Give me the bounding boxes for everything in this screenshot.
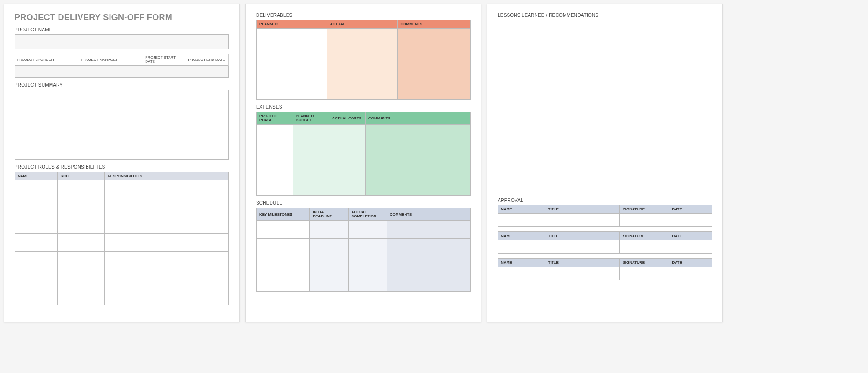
approval-col-title: TITLE [545,205,620,214]
deliv-col-planned: PLANNED [257,20,327,29]
approval-col-date: DATE [669,232,712,240]
start-date-label: PROJECT START DATE [143,54,186,66]
table-row[interactable] [257,178,471,196]
roles-col-role: ROLE [58,172,105,180]
approval-col-title: TITLE [545,232,620,240]
table-row[interactable] [257,160,471,178]
sched-col-comments: COMMENTS [387,208,470,221]
end-date-label: PROJECT END DATE [186,54,228,66]
table-row[interactable] [257,82,471,100]
approval-table: NAME TITLE SIGNATURE DATE [498,231,712,254]
table-row[interactable] [498,214,712,227]
page-1: PROJECT DELIVERY SIGN-OFF FORM PROJECT N… [4,4,240,322]
end-date-field[interactable] [186,66,228,78]
lessons-label: LESSONS LEARNED / RECOMMENDATIONS [498,13,712,18]
exp-col-comments: COMMENTS [366,112,471,125]
exp-col-budget: PLANNED BUDGET [293,112,329,125]
table-row[interactable] [257,46,471,64]
sponsor-label: PROJECT SPONSOR [15,54,79,66]
roles-table: NAME ROLE RESPONSIBILITIES [15,172,229,305]
approval-col-signature: SIGNATURE [620,259,669,267]
table-row[interactable] [257,221,471,239]
lessons-field[interactable] [498,20,712,193]
manager-label: PROJECT MANAGER [79,54,143,66]
page-2: DELIVERABLES PLANNED ACTUAL COMMENTS EXP… [245,4,481,322]
table-row[interactable] [15,287,229,305]
table-row[interactable] [15,216,229,234]
deliverables-table: PLANNED ACTUAL COMMENTS [256,20,471,100]
manager-field[interactable] [79,66,143,78]
approval-col-signature: SIGNATURE [620,232,669,240]
schedule-label: SCHEDULE [256,201,471,206]
schedule-table: KEY MILESTONES INITIAL DEADLINE ACTUAL C… [256,208,471,292]
project-meta-table: PROJECT SPONSOR PROJECT MANAGER PROJECT … [15,54,229,78]
deliverables-label: DELIVERABLES [256,13,471,18]
approval-col-date: DATE [669,205,712,214]
table-row[interactable] [15,252,229,269]
table-row[interactable] [15,180,229,198]
approval-label: APPROVAL [498,198,712,203]
table-row[interactable] [257,274,471,292]
approval-block-2: NAME TITLE SIGNATURE DATE [498,231,712,254]
approval-col-signature: SIGNATURE [620,205,669,214]
approval-col-name: NAME [498,232,545,240]
sched-col-initial: INITIAL DEADLINE [310,208,348,221]
form-title: PROJECT DELIVERY SIGN-OFF FORM [15,13,229,22]
deliv-col-actual: ACTUAL [327,20,397,29]
approval-table: NAME TITLE SIGNATURE DATE [498,205,712,227]
project-name-label: PROJECT NAME [15,27,229,32]
table-row[interactable] [15,269,229,287]
expenses-label: EXPENSES [256,104,471,110]
roles-col-resp: RESPONSIBILITIES [104,172,228,180]
roles-label: PROJECT ROLES & RESPONSIBILITIES [15,164,229,170]
table-row[interactable] [257,64,471,82]
table-row[interactable] [498,267,712,280]
table-row[interactable] [257,142,471,160]
table-row[interactable] [257,239,471,256]
exp-col-actual: ACTUAL COSTS [329,112,366,125]
summary-field[interactable] [15,90,229,160]
sched-col-milestones: KEY MILESTONES [257,208,310,221]
document-pages: PROJECT DELIVERY SIGN-OFF FORM PROJECT N… [4,4,864,322]
sponsor-field[interactable] [15,66,79,78]
exp-col-phase: PROJECT PHASE [257,112,293,125]
project-name-field[interactable] [15,34,229,49]
summary-label: PROJECT SUMMARY [15,82,229,88]
roles-col-name: NAME [15,172,58,180]
table-row[interactable] [257,125,471,142]
table-row[interactable] [257,256,471,274]
approval-col-name: NAME [498,205,545,214]
approval-block-1: NAME TITLE SIGNATURE DATE [498,205,712,227]
sched-col-actual: ACTUAL COMPLETION [348,208,387,221]
approval-col-date: DATE [669,259,712,267]
start-date-field[interactable] [143,66,186,78]
table-row[interactable] [15,234,229,252]
table-row[interactable] [257,29,471,46]
approval-col-title: TITLE [545,259,620,267]
deliv-col-comments: COMMENTS [397,20,470,29]
page-3: LESSONS LEARNED / RECOMMENDATIONS APPROV… [487,4,723,322]
table-row[interactable] [498,240,712,254]
approval-table: NAME TITLE SIGNATURE DATE [498,258,712,280]
expenses-table: PROJECT PHASE PLANNED BUDGET ACTUAL COST… [256,112,471,196]
approval-col-name: NAME [498,259,545,267]
table-row[interactable] [15,198,229,216]
approval-block-3: NAME TITLE SIGNATURE DATE [498,258,712,280]
